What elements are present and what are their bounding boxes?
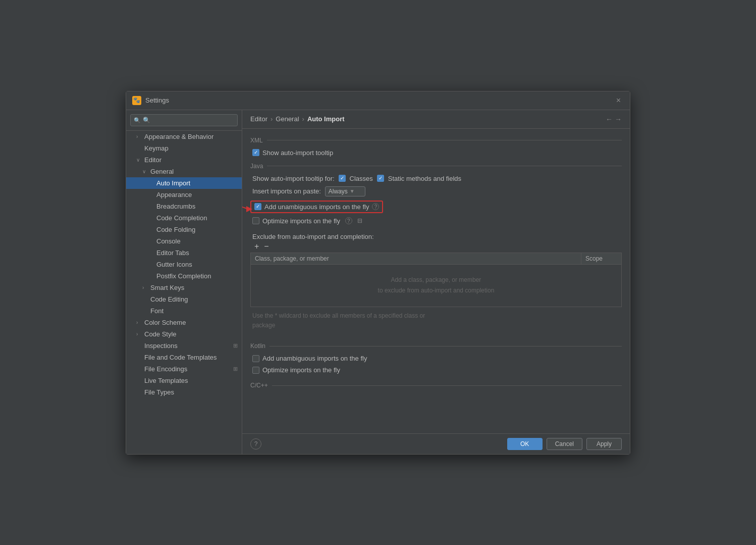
remove-button[interactable]: − bbox=[262, 242, 271, 251]
sidebar-item-breadcrumbs[interactable]: Breadcrumbs bbox=[126, 201, 242, 212]
breadcrumb: Editor › General › Auto Import bbox=[250, 115, 345, 123]
sidebar-item-live-templates[interactable]: Live Templates bbox=[126, 375, 242, 386]
java-optimize-text: Optimize imports on the fly bbox=[262, 217, 340, 225]
sidebar-item-file-types[interactable]: File Types bbox=[126, 386, 242, 398]
sidebar-item-console[interactable]: Console bbox=[126, 235, 242, 247]
sidebar-label: Appearance & Behavior bbox=[144, 133, 213, 140]
sidebar-item-code-completion[interactable]: Code Completion bbox=[126, 212, 242, 224]
sidebar-item-color-scheme[interactable]: › Color Scheme bbox=[126, 317, 242, 328]
sidebar-item-editor[interactable]: ∨ Editor bbox=[126, 154, 242, 166]
sidebar-item-smart-keys[interactable]: › Smart Keys bbox=[126, 282, 242, 293]
sidebar-label: Code Completion bbox=[156, 214, 207, 222]
exclude-text: Exclude from auto-import and completion: bbox=[252, 233, 374, 240]
sidebar-label: Code Editing bbox=[150, 295, 188, 303]
sidebar-item-general[interactable]: ∨ General bbox=[126, 166, 242, 177]
forward-arrow[interactable]: → bbox=[615, 115, 622, 123]
kotlin-add-unambiguous-text: Add unambiguous imports on the fly bbox=[262, 355, 367, 362]
kotlin-optimize-checkbox[interactable] bbox=[252, 367, 259, 374]
kotlin-optimize-label[interactable]: Optimize imports on the fly bbox=[252, 366, 340, 374]
java-optimize-checkbox[interactable] bbox=[252, 217, 259, 224]
java-static-checkbox[interactable] bbox=[377, 175, 384, 182]
sidebar-item-appearance-behavior[interactable]: › Appearance & Behavior bbox=[126, 131, 242, 142]
sidebar-label: Appearance bbox=[156, 191, 192, 199]
sidebar-label: Editor bbox=[144, 156, 161, 164]
sidebar-label: Postfix Completion bbox=[156, 272, 211, 280]
sidebar-item-code-folding[interactable]: Code Folding bbox=[126, 224, 242, 235]
exclusion-table: Class, package, or member Scope Add a cl… bbox=[250, 253, 622, 307]
title-bar: 🐾 Settings × bbox=[126, 91, 630, 110]
sidebar-item-inspections[interactable]: Inspections ⊞ bbox=[126, 340, 242, 352]
sidebar-item-auto-import[interactable]: Auto Import bbox=[126, 177, 242, 189]
sidebar-label: Auto Import bbox=[156, 179, 190, 187]
help-button[interactable]: ? bbox=[250, 438, 261, 450]
sidebar-item-gutter-icons[interactable]: Gutter Icons bbox=[126, 259, 242, 270]
sidebar-label: Console bbox=[156, 237, 181, 245]
table-empty-line2: to exclude from auto-import and completi… bbox=[261, 285, 611, 296]
apply-button[interactable]: Apply bbox=[586, 438, 622, 450]
app-icon: 🐾 bbox=[132, 96, 141, 105]
table-col-scope: Scope bbox=[581, 253, 622, 264]
ok-button[interactable]: OK bbox=[507, 438, 543, 450]
java-optimize-row: Optimize imports on the fly ? ⊟ bbox=[250, 217, 622, 225]
wildcard-note: Use the * wildcard to exclude all member… bbox=[250, 307, 622, 334]
back-arrow[interactable]: ← bbox=[606, 115, 613, 123]
sidebar-item-appearance[interactable]: Appearance bbox=[126, 189, 242, 201]
dialog-footer: ? OK Cancel Apply bbox=[242, 433, 630, 454]
search-box: 🔍 bbox=[126, 110, 242, 131]
kotlin-optimize-text: Optimize imports on the fly bbox=[262, 366, 340, 374]
kotlin-optimize-row: Optimize imports on the fly bbox=[250, 366, 622, 374]
java-classes-checkbox[interactable] bbox=[339, 175, 346, 182]
java-section-label: Java bbox=[250, 163, 622, 170]
kotlin-add-unambiguous-row: Add unambiguous imports on the fly bbox=[250, 355, 622, 362]
kotlin-add-unambiguous-checkbox[interactable] bbox=[252, 355, 259, 362]
xml-section-label: XML bbox=[250, 137, 622, 144]
search-input[interactable] bbox=[130, 114, 238, 126]
exclude-label: Exclude from auto-import and completion: bbox=[250, 229, 622, 242]
java-classes-label: Classes bbox=[350, 175, 373, 182]
content-header: Editor › General › Auto Import ← → bbox=[242, 110, 630, 129]
sidebar-item-file-encodings[interactable]: File Encodings ⊞ bbox=[126, 363, 242, 375]
close-button[interactable]: × bbox=[613, 95, 624, 106]
xml-show-tooltip-checkbox[interactable] bbox=[252, 149, 259, 156]
sidebar-item-postfix-completion[interactable]: Postfix Completion bbox=[126, 270, 242, 282]
java-insert-dropdown[interactable]: Always ▼ bbox=[325, 186, 365, 196]
optimize-extra-icon: ⊟ bbox=[357, 217, 362, 224]
sidebar: 🔍 › Appearance & Behavior Keymap ∨ Edito… bbox=[126, 110, 242, 454]
sidebar-item-editor-tabs[interactable]: Editor Tabs bbox=[126, 247, 242, 259]
sidebar-item-code-editing[interactable]: Code Editing bbox=[126, 293, 242, 305]
java-static-label: Static methods and fields bbox=[388, 175, 461, 182]
cancel-button[interactable]: Cancel bbox=[547, 438, 582, 450]
sidebar-label: Font bbox=[150, 307, 164, 315]
sidebar-label: Smart Keys bbox=[150, 284, 184, 291]
java-insert-row: Insert imports on paste: Always ▼ bbox=[250, 186, 622, 196]
kotlin-section-label: Kotlin bbox=[250, 342, 622, 350]
sidebar-label: Editor Tabs bbox=[156, 249, 189, 257]
arrow-icon: ∨ bbox=[136, 157, 142, 163]
sidebar-item-file-code-templates[interactable]: File and Code Templates bbox=[126, 352, 242, 363]
xml-show-tooltip-row: Show auto-import tooltip bbox=[250, 149, 622, 157]
kotlin-add-unambiguous-label[interactable]: Add unambiguous imports on the fly bbox=[252, 355, 367, 362]
sidebar-label: File Types bbox=[144, 388, 174, 396]
settings-dialog: 🐾 Settings × 🔍 › Appearance & Behavior K… bbox=[126, 91, 630, 455]
java-optimize-label[interactable]: Optimize imports on the fly ? ⊟ bbox=[252, 217, 362, 225]
table-toolbar: + − bbox=[250, 242, 622, 251]
sidebar-label: Inspections bbox=[144, 342, 178, 350]
wildcard-text: Use the * wildcard to exclude all member… bbox=[252, 312, 425, 329]
arrow-icon: ∨ bbox=[142, 169, 148, 174]
sidebar-label: Code Style bbox=[144, 330, 177, 338]
help-icon-optimize[interactable]: ? bbox=[345, 217, 352, 224]
sidebar-item-keymap[interactable]: Keymap bbox=[126, 142, 242, 154]
sidebar-label: File Encodings bbox=[144, 365, 187, 373]
add-unambiguous-checkbox[interactable] bbox=[254, 203, 261, 210]
dialog-body: 🔍 › Appearance & Behavior Keymap ∨ Edito… bbox=[126, 110, 630, 454]
sidebar-item-code-style[interactable]: › Code Style bbox=[126, 328, 242, 340]
table-empty-row: Add a class, package, or member to exclu… bbox=[251, 264, 622, 307]
config-icon: ⊞ bbox=[233, 342, 238, 349]
sidebar-label: Gutter Icons bbox=[156, 261, 192, 268]
sidebar-item-font[interactable]: Font bbox=[126, 305, 242, 317]
xml-show-tooltip-label[interactable]: Show auto-import tooltip bbox=[252, 149, 333, 157]
footer-left: ? bbox=[250, 438, 261, 450]
add-button[interactable]: + bbox=[252, 242, 261, 251]
help-icon-unambiguous[interactable]: ? bbox=[372, 203, 379, 210]
sidebar-label: Breadcrumbs bbox=[156, 203, 195, 210]
